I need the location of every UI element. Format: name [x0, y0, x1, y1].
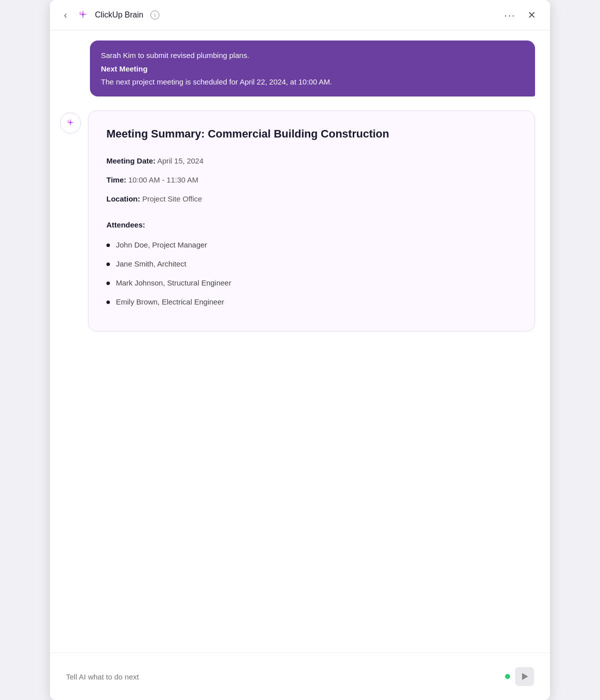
header-left: ‹ ClickUp Brain — [60, 8, 502, 22]
ai-input[interactable] — [66, 672, 500, 681]
close-button[interactable]: ✕ — [524, 7, 540, 23]
next-meeting-heading: Next Meeting — [101, 63, 524, 74]
input-area — [50, 652, 550, 700]
attendee-name: John Doe, Project Manager — [116, 239, 207, 251]
user-message-bubble: Sarah Kim to submit revised plumbing pla… — [90, 40, 535, 96]
more-options-button[interactable]: ··· — [502, 8, 518, 23]
app-window: ‹ ClickUp Brain — [50, 0, 550, 700]
back-button[interactable]: ‹ — [60, 8, 71, 22]
attendees-section: Attendees: John Doe, Project Manager Jan… — [106, 219, 517, 308]
info-icon[interactable]: i — [150, 10, 159, 20]
sparkle-avatar-icon — [64, 117, 76, 129]
attendee-item: Jane Smith, Architect — [106, 258, 517, 270]
attendee-item: Mark Johnson, Structural Engineer — [106, 277, 517, 289]
send-arrow-icon — [522, 673, 528, 680]
input-wrapper — [58, 660, 542, 693]
meeting-time-row: Time: 10:00 AM - 11:30 AM — [106, 174, 517, 186]
attendees-heading: Attendees: — [106, 219, 517, 231]
attendee-item: John Doe, Project Manager — [106, 239, 517, 251]
meeting-date-row: Meeting Date: April 15, 2024 — [106, 155, 517, 167]
send-button[interactable] — [515, 667, 534, 686]
meeting-time-value: 10:00 AM - 11:30 AM — [126, 176, 198, 184]
user-message-line2: The next project meeting is scheduled fo… — [101, 78, 332, 86]
attendee-bullet — [106, 244, 110, 247]
meeting-summary-card: Meeting Summary: Commercial Building Con… — [88, 110, 535, 332]
meeting-card-title: Meeting Summary: Commercial Building Con… — [106, 127, 517, 142]
attendee-name: Emily Brown, Electrical Engineer — [116, 296, 224, 308]
attendee-item-partial: Emily Brown, Electrical Engineer — [106, 296, 517, 308]
header-title: ClickUp Brain — [95, 10, 143, 20]
clickup-brain-icon — [76, 8, 90, 22]
meeting-location-row: Location: Project Site Office — [106, 193, 517, 205]
meeting-location-label: Location: — [106, 194, 140, 203]
attendee-bullet — [106, 262, 110, 266]
ai-response-container: Meeting Summary: Commercial Building Con… — [60, 110, 535, 332]
header-right: ··· ✕ — [502, 7, 540, 23]
user-message-line1: Sarah Kim to submit revised plumbing pla… — [101, 51, 249, 60]
meeting-location-value: Project Site Office — [140, 194, 202, 203]
chat-area[interactable]: Sarah Kim to submit revised plumbing pla… — [50, 30, 550, 652]
meeting-time-label: Time: — [106, 176, 126, 184]
status-dot — [505, 674, 510, 679]
attendee-name: Mark Johnson, Structural Engineer — [116, 277, 231, 289]
attendee-bullet — [106, 282, 110, 285]
meeting-date-label: Meeting Date: — [106, 156, 155, 165]
ai-avatar — [60, 112, 81, 134]
meeting-date-value: April 15, 2024 — [155, 156, 203, 165]
attendee-name: Jane Smith, Architect — [116, 258, 186, 270]
attendee-bullet — [106, 300, 110, 304]
header: ‹ ClickUp Brain — [50, 0, 550, 30]
